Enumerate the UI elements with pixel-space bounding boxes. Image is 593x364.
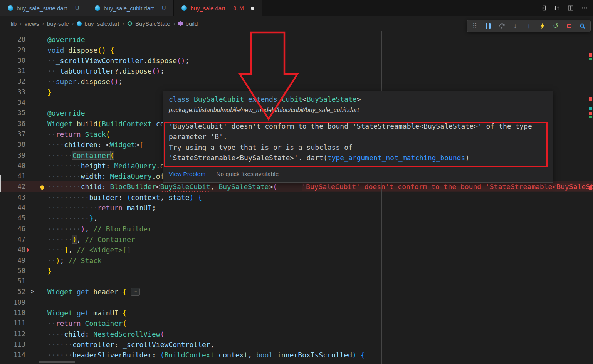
- code-line-46[interactable]: 46········), // BlocBuilder: [0, 224, 593, 234]
- line-number: 43: [0, 192, 25, 203]
- dart-file-icon: [8, 5, 13, 11]
- dart-file-icon: [181, 5, 187, 11]
- step-over-icon[interactable]: [496, 21, 507, 31]
- more-actions-icon[interactable]: [579, 3, 590, 13]
- folded-code-badge[interactable]: ⋯: [131, 288, 140, 296]
- breadcrumb-separator: ›: [42, 20, 44, 27]
- split-editor-icon[interactable]: [565, 3, 576, 13]
- restart-icon[interactable]: ↺: [550, 21, 561, 31]
- line-number: 34: [0, 97, 25, 108]
- line-number: 47: [0, 234, 25, 245]
- line-number: 48: [0, 245, 25, 255]
- line-number: 112: [0, 329, 25, 339]
- tab-buy_sale_state.dart[interactable]: buy_sale_state.dartU: [0, 0, 87, 16]
- inline-error-message: 'BuySaleCubit' doesn't conform to the bo…: [302, 183, 593, 191]
- breadcrumb-separator: ›: [173, 20, 175, 27]
- line-number: 49: [0, 255, 25, 266]
- breadcrumb-separator: ›: [20, 20, 22, 27]
- code-line-114[interactable]: 114······headerSliverBuilder: (BuildCont…: [0, 350, 593, 360]
- code-line-29[interactable]: 29void dispose() {: [0, 45, 593, 55]
- code-line-44[interactable]: 44············return mainUI;: [0, 203, 593, 213]
- breadcrumb-item-views[interactable]: views: [25, 20, 39, 27]
- code-editor[interactable]: 2728@override29void dispose() {30··_scro…: [0, 24, 593, 361]
- step-into-icon[interactable]: ↓: [509, 21, 521, 31]
- view-problem-link[interactable]: View Problem: [169, 171, 205, 178]
- compare-changes-icon[interactable]: [551, 3, 562, 13]
- breadcrumb-item-buy-sale[interactable]: buy-sale: [47, 20, 69, 27]
- line-number: 33: [0, 87, 25, 97]
- drag-handle-icon[interactable]: ⠿: [469, 21, 480, 31]
- code-line-51[interactable]: 51: [0, 276, 593, 287]
- line-number: 31: [0, 66, 25, 76]
- tab-bar: buy_sale_state.dartUbuy_sale_cubit.dartU…: [0, 0, 593, 16]
- line-number: 32: [0, 76, 25, 87]
- hover-signature: class BuySaleCubit extends Cubit<BuySale…: [163, 91, 553, 104]
- hover-tooltip: class BuySaleCubit extends Cubit<BuySale…: [163, 91, 553, 183]
- code-line-45[interactable]: 45··········},: [0, 213, 593, 223]
- hover-package-path: package:bitistanbulmobile/new_models/blo…: [163, 104, 553, 118]
- breadcrumb-item-buy_sale.dart[interactable]: buy_sale.dart: [77, 20, 119, 27]
- code-lines: 2728@override29void dispose() {30··_scro…: [0, 24, 593, 361]
- editor-title-actions: [538, 0, 590, 16]
- left-edge-marker: [0, 175, 1, 192]
- code-line-50[interactable]: 50}: [0, 266, 593, 276]
- line-number: 38: [0, 139, 25, 150]
- code-line-30[interactable]: 30··_scrollViewController.dispose();: [0, 55, 593, 66]
- breadcrumb-item-BuySaleState[interactable]: BuySaleState: [127, 20, 170, 27]
- code-line-48[interactable]: 48····], // <Widget>[]: [0, 245, 593, 255]
- diagnostic-line: parameter 'B'.: [169, 131, 548, 142]
- column-ruler: [381, 31, 382, 364]
- tab-buy_sale_cubit.dart[interactable]: buy_sale_cubit.dartU: [87, 0, 174, 16]
- line-number: 41: [0, 171, 25, 181]
- tab-buy_sale.dart[interactable]: buy_sale.dart8, M: [174, 0, 262, 16]
- code-line-32[interactable]: 32··super.dispose();: [0, 76, 593, 87]
- line-number: 44: [0, 203, 25, 213]
- hot-reload-icon[interactable]: [536, 21, 548, 31]
- indent-guide: [56, 134, 56, 255]
- breadcrumb-item-build[interactable]: build: [178, 20, 198, 27]
- widget-inspector-icon[interactable]: [577, 21, 588, 31]
- line-number: 36: [0, 119, 25, 129]
- line-number: 114: [0, 350, 25, 360]
- code-line-113[interactable]: 113······controller: _scrollViewControll…: [0, 339, 593, 350]
- code-line-111[interactable]: 111··return Container(: [0, 318, 593, 329]
- code-line-109[interactable]: 109: [0, 297, 593, 308]
- code-line-110[interactable]: 110Widget get mainUI {: [0, 308, 593, 318]
- diagnostic-line: 'StateStreamable<BuySaleState>'. dart(ty…: [169, 153, 548, 163]
- hover-diagnostic: 'BuySaleCubit' doesn't conform to the bo…: [163, 118, 553, 166]
- line-number: 39: [0, 150, 25, 161]
- stop-icon[interactable]: [563, 21, 575, 31]
- diagnostic-line: Try using a type that is or is a subclas…: [169, 142, 548, 153]
- code-line-43[interactable]: 43··········builder: (context, state) {: [0, 192, 593, 203]
- line-number: 30: [0, 55, 25, 66]
- step-out-icon[interactable]: ↑: [523, 21, 534, 31]
- code-line-49[interactable]: 49··); // Stack: [0, 255, 593, 266]
- git-status-badge: U: [162, 5, 166, 11]
- line-number: 51: [0, 276, 25, 287]
- diagnostic-code-link[interactable]: type_argument_not_matching_bounds: [328, 154, 465, 162]
- code-line-42[interactable]: 42········child: BlocBuilder<BuySaleCubi…: [0, 181, 593, 192]
- tab-list: buy_sale_state.dartUbuy_sale_cubit.dartU…: [0, 0, 262, 16]
- pause-icon[interactable]: [482, 21, 494, 31]
- line-number: 46: [0, 224, 25, 234]
- code-line-52[interactable]: 52>Widget get header {⋯: [0, 287, 593, 297]
- line-number: 40: [0, 161, 25, 171]
- hover-status-bar: View Problem No quick fixes available: [163, 166, 553, 182]
- fold-chevron-icon[interactable]: >: [31, 287, 34, 297]
- horizontal-scrollbar[interactable]: [39, 361, 75, 363]
- code-line-47[interactable]: 47······), // Container: [0, 234, 593, 245]
- open-changes-icon[interactable]: [538, 3, 548, 13]
- debug-toolbar: ⠿↓↑↺: [467, 20, 591, 32]
- code-line-112[interactable]: 112····child: NestedScrollView(: [0, 329, 593, 339]
- code-line-31[interactable]: 31··_tabController?.dispose();: [0, 66, 593, 76]
- code-line-28[interactable]: 28@override: [0, 34, 593, 45]
- line-number: 52: [0, 287, 25, 297]
- breadcrumb-item-lib[interactable]: lib: [11, 20, 17, 27]
- git-status-badge: 8, M: [233, 5, 244, 11]
- class-symbol-icon: [127, 21, 133, 26]
- unsaved-indicator: [251, 7, 254, 10]
- line-number: 42: [0, 181, 25, 192]
- dart-file-icon: [95, 5, 100, 11]
- git-status-badge: U: [75, 5, 79, 11]
- line-number: 50: [0, 266, 25, 276]
